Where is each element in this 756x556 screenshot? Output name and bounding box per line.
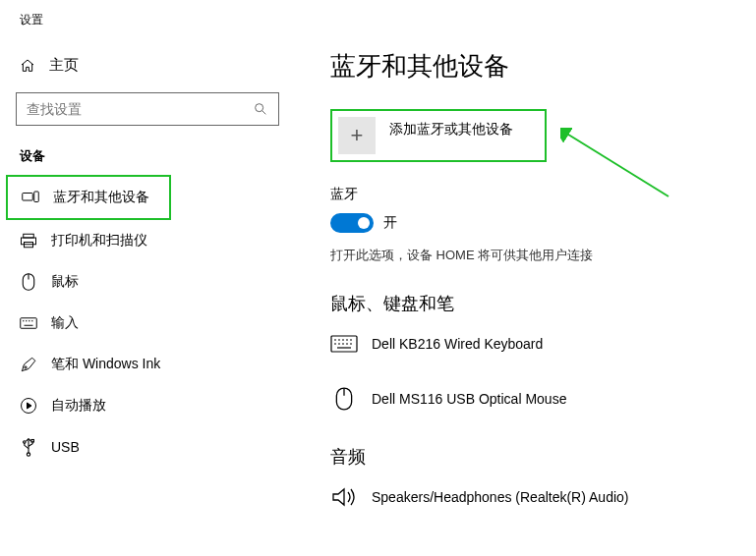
svg-rect-2 bbox=[23, 194, 33, 201]
sidebar: 设置 主页 设备 蓝牙和其他设备 打印机和扫描仪 bbox=[0, 0, 295, 556]
svg-point-19 bbox=[27, 453, 29, 456]
sidebar-item-printers[interactable]: 打印机和扫描仪 bbox=[6, 220, 279, 261]
home-label: 主页 bbox=[49, 56, 79, 75]
device-row[interactable]: Dell KB216 Wired Keyboard bbox=[330, 325, 756, 362]
add-device-button[interactable]: + 添加蓝牙或其他设备 bbox=[330, 109, 547, 162]
svg-rect-5 bbox=[22, 238, 36, 245]
keyboard-icon bbox=[20, 314, 37, 332]
device-row[interactable]: Dell MS116 USB Optical Mouse bbox=[330, 380, 756, 417]
search-input[interactable] bbox=[27, 101, 253, 117]
page-title: 蓝牙和其他设备 bbox=[330, 49, 756, 83]
sidebar-item-label: 自动播放 bbox=[51, 397, 106, 415]
svg-rect-9 bbox=[21, 318, 37, 329]
mouse-icon bbox=[20, 273, 37, 291]
group-title-audio: 音频 bbox=[330, 445, 756, 469]
device-name: Speakers/Headphones (Realtek(R) Audio) bbox=[372, 489, 628, 505]
sidebar-item-pen[interactable]: 笔和 Windows Ink bbox=[6, 344, 279, 385]
svg-rect-3 bbox=[34, 192, 39, 202]
sidebar-item-label: 鼠标 bbox=[51, 273, 79, 291]
usb-icon bbox=[20, 438, 37, 456]
search-box[interactable] bbox=[16, 92, 279, 126]
section-label: 设备 bbox=[20, 147, 279, 165]
app-title: 设置 bbox=[20, 12, 279, 28]
toggle-knob bbox=[358, 217, 370, 229]
nav-list: 蓝牙和其他设备 打印机和扫描仪 鼠标 输入 笔和 Windows Ink bbox=[6, 175, 279, 468]
device-name: Dell MS116 USB Optical Mouse bbox=[372, 391, 566, 407]
add-device-label: 添加蓝牙或其他设备 bbox=[389, 121, 513, 139]
sidebar-item-usb[interactable]: USB bbox=[6, 426, 279, 468]
mouse-icon bbox=[330, 388, 358, 410]
device-name: Dell KB216 Wired Keyboard bbox=[372, 336, 543, 352]
group-title-mkp: 鼠标、键盘和笔 bbox=[330, 292, 756, 315]
speaker-icon bbox=[330, 486, 358, 508]
printer-icon bbox=[20, 232, 37, 250]
svg-point-0 bbox=[256, 104, 263, 112]
sidebar-item-autoplay[interactable]: 自动播放 bbox=[6, 385, 279, 426]
svg-marker-17 bbox=[28, 403, 32, 409]
svg-point-15 bbox=[25, 366, 27, 368]
bluetooth-toggle[interactable] bbox=[330, 213, 374, 233]
sidebar-item-label: USB bbox=[51, 439, 80, 455]
sidebar-item-label: 笔和 Windows Ink bbox=[51, 356, 160, 373]
pen-icon bbox=[20, 356, 37, 373]
sidebar-item-mouse[interactable]: 鼠标 bbox=[6, 261, 279, 303]
sidebar-item-bluetooth[interactable]: 蓝牙和其他设备 bbox=[6, 175, 171, 220]
main-content: 蓝牙和其他设备 + 添加蓝牙或其他设备 蓝牙 开 打开此选项，设备 HOME 将… bbox=[295, 0, 756, 556]
bluetooth-helper: 打开此选项，设备 HOME 将可供其他用户连接 bbox=[330, 247, 756, 264]
plus-icon: + bbox=[338, 117, 376, 154]
search-icon bbox=[253, 101, 268, 117]
svg-rect-4 bbox=[24, 234, 34, 238]
sidebar-item-label: 打印机和扫描仪 bbox=[51, 232, 147, 250]
sidebar-item-label: 输入 bbox=[51, 314, 79, 332]
keyboard-icon bbox=[330, 333, 358, 355]
svg-rect-21 bbox=[31, 440, 34, 443]
bluetooth-label: 蓝牙 bbox=[330, 186, 756, 203]
device-row[interactable]: Speakers/Headphones (Realtek(R) Audio) bbox=[330, 478, 756, 516]
devices-icon bbox=[22, 189, 39, 206]
home-link[interactable]: 主页 bbox=[20, 56, 279, 75]
svg-point-20 bbox=[24, 441, 27, 444]
toggle-state-label: 开 bbox=[383, 214, 397, 232]
svg-line-1 bbox=[262, 111, 266, 115]
bluetooth-toggle-row: 开 bbox=[330, 213, 756, 233]
sidebar-item-label: 蓝牙和其他设备 bbox=[53, 189, 149, 206]
home-icon bbox=[20, 58, 35, 74]
autoplay-icon bbox=[20, 397, 37, 415]
sidebar-item-typing[interactable]: 输入 bbox=[6, 303, 279, 344]
